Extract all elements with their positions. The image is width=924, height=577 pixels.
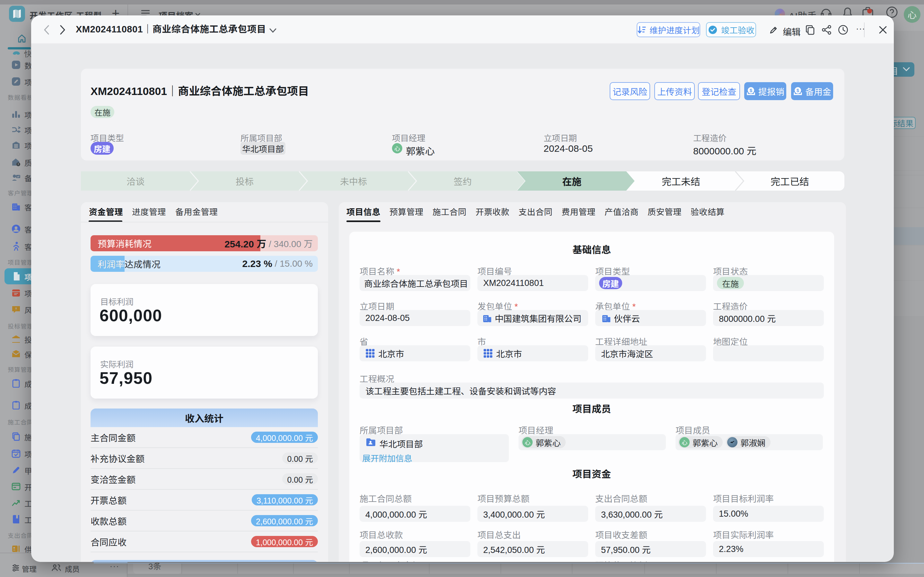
svg-text:$: $: [797, 88, 800, 93]
svg-text:$: $: [750, 88, 753, 93]
